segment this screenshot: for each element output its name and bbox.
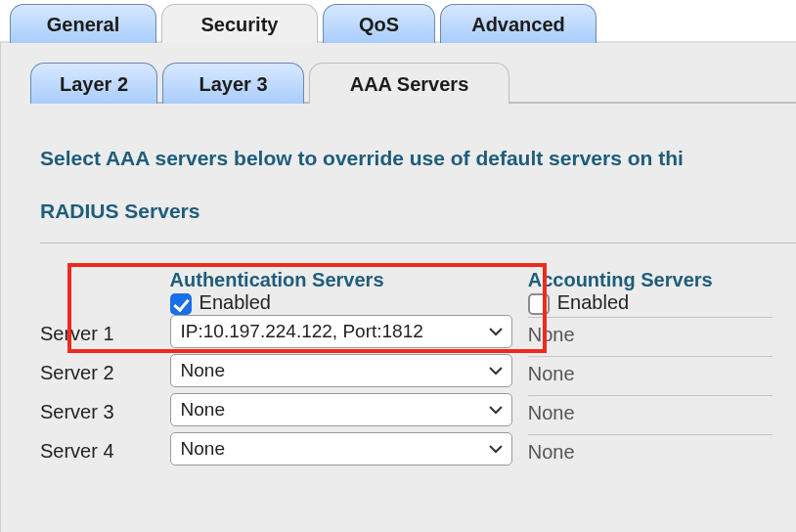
tab-qos[interactable]: QoS — [323, 4, 435, 43]
acct-server-3-value: None — [528, 395, 773, 430]
chevron-down-icon — [488, 326, 504, 337]
auth-server-2-select[interactable]: None — [170, 354, 512, 387]
select-value: None — [181, 438, 225, 460]
radius-servers-table-wrap: Authentication Servers Accounting Server… — [40, 269, 796, 471]
col-header-acct: Accounting Servers — [528, 269, 796, 291]
server-row-label: Server 4 — [40, 432, 170, 471]
select-value: None — [181, 399, 225, 421]
auth-enabled-checkbox[interactable] — [170, 293, 192, 315]
select-value: None — [181, 360, 225, 381]
acct-enabled-label: Enabled — [557, 291, 629, 313]
chevron-down-icon — [488, 404, 504, 416]
instruction-text: Select AAA servers below to override use… — [40, 147, 796, 170]
acct-server-4-value: None — [528, 434, 773, 469]
chevron-down-icon — [488, 365, 504, 377]
sub-tab-bar: Layer 2 Layer 3 AAA Servers — [30, 61, 796, 104]
security-page: Layer 2 Layer 3 AAA Servers Select AAA s… — [0, 43, 796, 532]
server-row-label: Server 3 — [40, 393, 170, 432]
tab-general[interactable]: General — [10, 4, 156, 43]
acct-enabled-checkbox[interactable] — [528, 293, 550, 315]
server-row-label: Server 2 — [40, 354, 170, 393]
divider — [40, 243, 796, 244]
server-row: Server 2 None None — [40, 354, 796, 393]
auth-server-1-select[interactable]: IP:10.197.224.122, Port:1812 — [170, 315, 512, 348]
acct-server-1-value: None — [528, 317, 773, 352]
tab-security[interactable]: Security — [161, 4, 318, 43]
server-row: Server 4 None None — [40, 432, 796, 471]
server-row: Server 3 None None — [40, 393, 796, 432]
auth-enabled-label: Enabled — [199, 291, 271, 313]
acct-server-2-value: None — [528, 356, 773, 391]
radius-servers-table: Authentication Servers Accounting Server… — [40, 269, 796, 471]
auth-server-3-select[interactable]: None — [170, 393, 512, 426]
aaa-servers-panel: Select AAA servers below to override use… — [21, 104, 796, 471]
chevron-down-icon — [488, 443, 504, 455]
select-value: IP:10.197.224.122, Port:1812 — [181, 321, 423, 342]
subtab-layer2[interactable]: Layer 2 — [30, 63, 157, 104]
server-row-label: Server 1 — [40, 315, 170, 354]
subtab-aaa-servers[interactable]: AAA Servers — [309, 63, 509, 104]
tab-advanced[interactable]: Advanced — [440, 4, 597, 43]
top-tab-bar: General Security QoS Advanced — [0, 0, 796, 43]
subtab-layer3[interactable]: Layer 3 — [162, 63, 304, 104]
auth-server-4-select[interactable]: None — [170, 432, 512, 466]
radius-servers-heading: RADIUS Servers — [40, 200, 796, 223]
col-header-auth: Authentication Servers — [170, 269, 528, 291]
server-row: Server 1 IP:10.197.224.122, Port:1812 No… — [40, 315, 796, 354]
